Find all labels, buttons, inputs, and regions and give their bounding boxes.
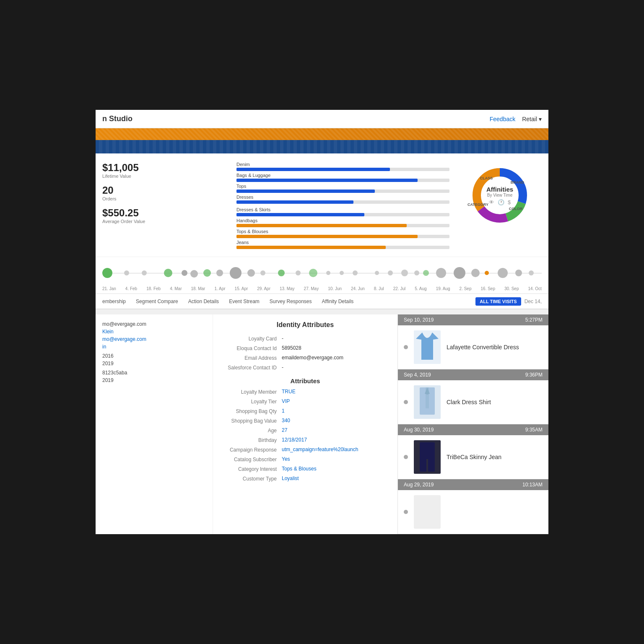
product-name: Lafayette Convertible Dress [447,344,519,351]
attr-value[interactable]: VIP [282,398,387,404]
date-item-1: 2016 [102,353,206,359]
stream-body: Clark Dress Shirt [398,380,548,424]
date-item-3: 2019 [102,377,206,383]
orange-banner [96,128,548,140]
email-item-1: mo@evergage.com [102,321,206,327]
stream-entry: Aug 29, 2019 10:13AM [398,479,548,534]
attr-value[interactable]: 27 [282,427,387,433]
attr-row: Catalog Subscriber Yes [223,456,387,462]
bar-label: Handbags [236,218,449,223]
bar-fill [236,179,418,182]
attributes-title: Attributes [223,377,387,384]
timeline-label: 29. Apr [257,286,270,291]
svg-rect-16 [420,442,435,459]
attr-value[interactable]: 340 [282,418,387,423]
nav-tab[interactable]: Affinity Details [322,295,354,308]
retail-dropdown[interactable]: Retail ▾ [522,116,542,122]
stream-date: Aug 30, 2019 [404,427,434,433]
wave-banner [96,140,548,153]
attr-row: Age 27 [223,427,387,434]
screen: n Studio Feedback Retail ▾ $11,005 Lifet… [96,110,548,534]
svg-text:CLASS: CLASS [480,176,493,180]
bar-label: Dresses & Skirts [236,207,449,212]
bottom-section: mo@evergage.com Klein mo@evergage.com in… [96,314,548,534]
timeline-dot-gray [190,270,198,278]
attr-value[interactable]: Yes [282,456,387,462]
timeline-label: 10. Jun [328,286,342,291]
timeline-label: 18. Feb [146,286,161,291]
attr-value[interactable]: TRUE [282,389,387,395]
stats-area: $11,005 Lifetime Value 20 Orders $550.25… [102,162,228,252]
avg-order-stat: $550.25 Average Order Value [102,207,228,224]
stream-entry: Sep 10, 2019 5:27PM Lafayette Convertibl… [398,314,548,369]
identity-value: 5895028 [282,345,387,351]
attr-label: Customer Type [223,475,282,482]
timeline-label: 30. Sep [504,286,519,291]
identity-row: Eloqua Contact Id 5895028 [223,345,387,351]
bar-track [236,235,449,238]
identity-row: Loyalty Card - [223,335,387,342]
donut-container: CLASS BRAND CATEGORY COLOR Affinities By… [458,162,542,252]
nav-tab[interactable]: Action Details [188,295,219,308]
attr-row: Shopping Bag Qty 1 [223,408,387,414]
attr-row: Customer Type Loyalist [223,475,387,482]
stream-header: Sep 10, 2019 5:27PM [398,314,548,325]
top-section: $11,005 Lifetime Value 20 Orders $550.25… [96,153,548,257]
bar-item: Tops & Blouses [236,229,449,238]
stream-body: Lafayette Convertible Dress [398,325,548,369]
stream-time: 5:27PM [525,317,543,323]
affinities-area: Denim Bags & Luggage Tops Dresses [236,162,542,252]
bar-track [236,179,449,182]
nav-tab[interactable]: embership [102,295,126,308]
date-1: 2016 [102,353,114,359]
link-2[interactable]: in [102,344,106,350]
link-item-2[interactable]: in [102,344,206,350]
identity-row: Salesforce Contact ID - [223,364,387,371]
bar-track [236,246,449,249]
attr-label: Shopping Bag Value [223,418,282,424]
attr-value[interactable]: 1 [282,408,387,414]
attr-fields: Loyalty Member TRUE Loyalty Tier VIP Sho… [223,389,387,482]
link-1[interactable]: Klein [102,329,114,335]
nav-tab[interactable]: Event Stream [229,295,260,308]
identity-title: Identity Attributes [223,321,387,329]
avg-order-value: $550.25 [102,207,228,219]
timeline-label: 2. Sep [460,286,472,291]
donut-icons: 👁 🕐 $ [486,199,513,205]
nav-tabs-left: embershipSegment CompareAction DetailsEv… [102,295,353,308]
timeline-label: 8. Jul [374,286,384,291]
all-time-button[interactable]: ALL TIME VISITS [475,297,521,306]
bar-item: Dresses & Skirts [236,207,449,216]
attr-value[interactable]: 12/18/2017 [282,437,387,443]
svg-text:BRAND: BRAND [511,180,525,184]
donut-title: Affinities [486,186,513,193]
stream-header: Sep 4, 2019 9:36PM [398,369,548,380]
bar-fill [236,213,364,216]
attr-value[interactable]: Loyalist [282,475,387,481]
orders-value: 20 [102,184,228,196]
attr-row: Loyalty Member TRUE [223,389,387,395]
chevron-down-icon: ▾ [539,116,542,122]
product-name: TriBeCa Skinny Jean [447,454,501,460]
nav-tab[interactable]: Survey Responses [270,295,312,308]
date-label: Dec 14, [525,299,542,304]
identity-value: - [282,364,387,370]
attr-label: Age [223,427,282,434]
stream-time: 9:35AM [525,427,543,433]
bar-fill [236,246,386,249]
stream-time: 10:13AM [522,482,543,488]
donut-subtitle: By View Time [486,193,513,197]
product-image [414,385,441,419]
link-item-1[interactable]: Klein [102,329,206,335]
timeline-label: 13. May [280,286,295,291]
email-2[interactable]: mo@evergage.com [102,336,146,342]
product-image [414,330,441,364]
feedback-link[interactable]: Feedback [490,116,515,122]
timeline-label: 14. Oct [528,286,542,291]
attr-value[interactable]: utm_campaign=feature%20launch [282,447,387,452]
lifetime-value-stat: $11,005 Lifetime Value [102,162,228,179]
identity-fields: Loyalty Card - Eloqua Contact Id 5895028… [223,335,387,371]
attr-value[interactable]: Tops & Blouses [282,466,387,472]
nav-tab[interactable]: Segment Compare [136,295,178,308]
lifetime-value-label: Lifetime Value [102,174,228,179]
